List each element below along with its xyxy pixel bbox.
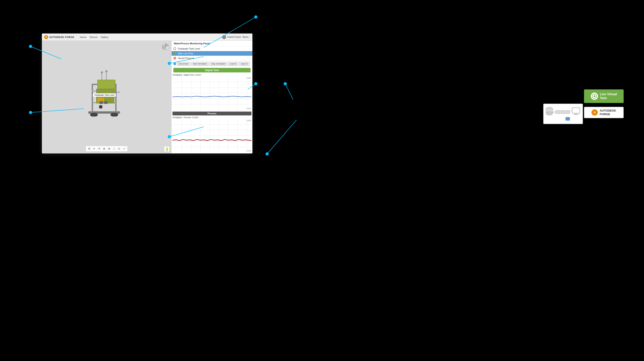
toolbar-btn-section[interactable]: ⊗ [107,147,111,151]
nav-gallery[interactable]: Gallery [101,36,109,38]
nav-links: Home Demos Gallery [80,36,109,38]
lightbulb-button[interactable]: 💡 [164,146,170,152]
svg-rect-10 [92,84,93,112]
toolbar-btn-markup[interactable]: ⊙ [117,147,121,151]
chart-process-y-bottom: 0.015 [246,150,251,152]
annotation-dot-2 [29,45,32,48]
annotation-line-7 [267,120,296,154]
forge-badge-logo: A [592,109,598,116]
svg-rect-68 [574,114,578,114]
sensor-item-mainline[interactable]: Main Line Flow [172,51,252,56]
svg-rect-67 [572,108,580,113]
sensor-label-feedwater: Feedwater Tank Level [178,48,200,50]
svg-text:3D: 3D [165,46,166,47]
chart-process-y-top: 0.030 [246,120,251,122]
start-simulation-button[interactable]: Start Simulation [191,62,209,66]
chart-digital-y-bottom: 0.015 [246,108,251,110]
svg-point-9 [110,113,116,116]
toolbar-btn-rotate[interactable]: ↺ [97,147,101,151]
bottom-toolbar: ⚙ ✏ ↺ ⊕ ⊗ □ ⊙ ⤢ [86,146,128,152]
user-avatar [222,35,226,39]
svg-point-8 [92,113,98,116]
annotation-line-8 [285,84,293,100]
process-label: Process [172,112,252,116]
nav-demos[interactable]: Demos [90,36,98,38]
panel-title: WaterProces Monitoring Panel [172,41,252,46]
chart-process-canvas: 0.030 0.015 [172,119,252,152]
content-area: 3D [42,41,252,154]
chart-digital-y-top: 0.030 [246,77,251,79]
live-vt-text: Live Virtual Twin [600,92,617,100]
svg-rect-28 [100,101,103,104]
live-vt-icon [591,92,598,100]
chart-digital-label: Flow[kg/h] - Digital Twin: 0.0237 [172,74,252,76]
right-panel: WaterProces Monitoring Panel Feedwater T… [171,41,252,154]
user-name: Kashif Gulzar [228,36,241,38]
svg-point-31 [100,106,102,108]
annotation-dot-6 [29,111,32,114]
svg-point-23 [105,70,108,72]
machine-3d-container: Feedwater Tank Level [79,66,129,128]
viewer-area[interactable]: 3D [42,41,171,154]
forge-badge-text: AUTODESK FORGE [600,109,616,116]
toolbar-btn-fullscreen[interactable]: ⤢ [122,147,126,151]
svg-line-73 [570,110,572,112]
sensor-dot-feedwater [174,47,176,50]
sensor-label-vessel: Vessel Pressure [178,57,194,60]
nav-logo: A AUTODESK FORGE [44,35,74,39]
machine-tooltip: Feedwater Tank Level [93,93,116,97]
toolbar-btn-settings[interactable]: ⚙ [87,147,91,151]
annotation-dot-4 [254,82,257,85]
svg-rect-29 [104,101,108,104]
autodesk-logo-icon: A [44,35,48,39]
nav-user: Kashif Gulzar About... [222,35,250,39]
svg-point-22 [101,71,103,74]
toolbar-btn-measure[interactable]: □ [112,147,116,151]
sensor-dot-mainline [174,52,176,55]
disconnect-button[interactable]: Disconnect [177,62,190,66]
svg-rect-74 [566,117,570,120]
connect-status-dot [174,62,176,65]
load-ic-button[interactable]: Load IC [228,62,238,66]
annotation-dot-7 [266,152,269,156]
svg-marker-59 [594,95,596,97]
sensor-label-mainline: Main Line Flow [178,52,193,55]
digital-twin-chart: Flow[kg/h] - Digital Twin: 0.0237 [172,73,252,111]
nav-logo-text: AUTODESK FORGE [49,36,74,38]
browser-window: A AUTODESK FORGE Home Demos Gallery Kash… [42,34,252,154]
nav-bar: A AUTODESK FORGE Home Demos Gallery Kash… [42,34,252,41]
annotation-dot-8 [284,82,287,85]
nav-cube[interactable]: 3D [162,42,170,51]
nav-home[interactable]: Home [80,36,86,38]
svg-rect-64 [561,110,565,114]
svg-point-27 [114,91,116,93]
sensor-item-feedwater[interactable]: Feedwater Tank Level [172,46,252,51]
live-virtual-twin-badge: Live Virtual Twin [584,90,624,103]
svg-rect-65 [566,110,570,114]
svg-point-62 [546,112,553,115]
save-ic-button[interactable]: Save IC [239,62,250,66]
toolbar-btn-explode[interactable]: ⊕ [102,147,106,151]
autodesk-forge-badge: A AUTODESK FORGE [584,107,624,118]
about-link[interactable]: About... [242,36,250,38]
control-buttons: Disconnect Start Simulation Stop Simulat… [172,61,252,67]
sensor-dot-vessel [174,57,176,60]
architecture-diagram [543,104,583,124]
sensor-item-vessel[interactable]: Vessel Pressure [172,56,252,61]
digital-twin-button[interactable]: Digital Twin [174,68,250,72]
chart-process-label: Flow[kg/h] - Process: 0.0234 [172,116,252,118]
chart-digital-canvas: 0.030 0.015 [172,76,252,110]
toolbar-btn-edit[interactable]: ✏ [92,147,96,151]
svg-point-26 [96,90,98,92]
sensor-list: Feedwater Tank Level Main Line Flow Vess… [172,46,252,61]
stop-simulation-button[interactable]: Stop Simulation [210,62,227,66]
annotation-dot-1 [254,16,257,18]
svg-rect-63 [556,110,560,114]
chart-section: Flow[kg/h] - Digital Twin: 0.0237 [172,73,252,154]
svg-rect-69 [574,114,578,115]
process-chart: Flow[kg/h] - Process: 0.0234 [172,116,252,154]
